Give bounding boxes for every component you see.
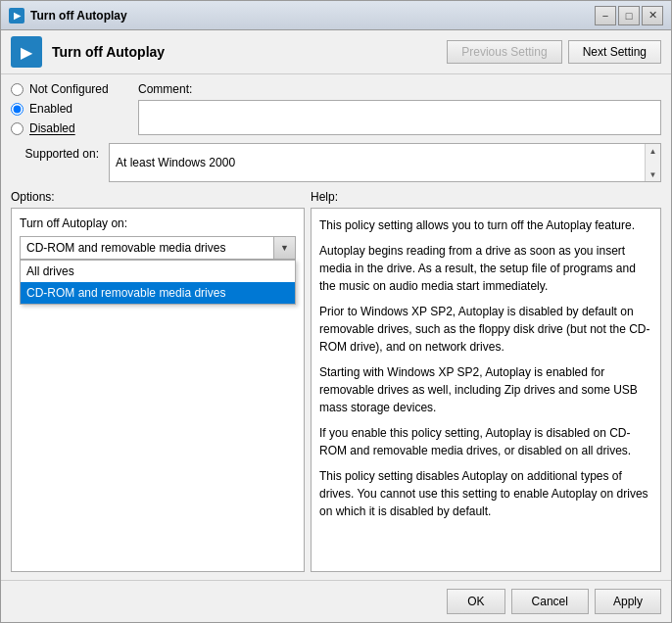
header-bar: ▶ Turn off Autoplay Previous Setting Nex… — [1, 30, 671, 74]
dropdown-item-cdrom[interactable]: CD-ROM and removable media drives — [21, 282, 295, 304]
header-title: Turn off Autoplay — [52, 44, 447, 60]
apply-button[interactable]: Apply — [595, 589, 661, 614]
not-configured-input[interactable] — [11, 83, 24, 96]
cancel-button[interactable]: Cancel — [511, 589, 589, 614]
header-nav: Previous Setting Next Setting — [447, 40, 661, 64]
help-para-4: Starting with Windows XP SP2, Autoplay i… — [319, 363, 652, 416]
supported-value: At least Windows 2000 — [116, 156, 235, 169]
not-configured-label: Not Configured — [29, 82, 109, 96]
dropdown-item-all-drives[interactable]: All drives — [21, 261, 295, 282]
help-para-3: Prior to Windows XP SP2, Autoplay is dis… — [319, 303, 652, 356]
disabled-input[interactable] — [11, 122, 24, 135]
scroll-up-arrow[interactable]: ▲ — [647, 144, 660, 158]
top-section: Not Configured Enabled Disabled Comment: — [11, 82, 661, 135]
supported-scrollbar: ▲ ▼ — [645, 144, 660, 181]
header-icon: ▶ — [11, 36, 42, 68]
supported-label: Supported on: — [11, 143, 99, 161]
title-bar: ▶ Turn off Autoplay − □ ✕ — [1, 1, 671, 30]
help-panel: This policy setting allows you to turn o… — [311, 208, 661, 572]
previous-setting-button[interactable]: Previous Setting — [447, 40, 561, 64]
maximize-button[interactable]: □ — [618, 6, 640, 25]
dropdown-selected-text: CD-ROM and removable media drives — [26, 241, 225, 255]
next-setting-button[interactable]: Next Setting — [568, 40, 661, 64]
options-panel: Turn off Autoplay on: CD-ROM and removab… — [11, 208, 305, 572]
title-bar-buttons: − □ ✕ — [595, 6, 663, 25]
help-para-2: Autoplay begins reading from a drive as … — [319, 242, 652, 295]
enabled-input[interactable] — [11, 103, 24, 116]
main-window: ▶ Turn off Autoplay − □ ✕ ▶ Turn off Aut… — [0, 0, 672, 623]
window-title: Turn off Autoplay — [30, 9, 595, 23]
window-icon: ▶ — [9, 8, 24, 24]
comment-section: Comment: — [138, 82, 661, 135]
supported-box: At least Windows 2000 ▲ ▼ — [109, 143, 661, 182]
content-area: Not Configured Enabled Disabled Comment:… — [1, 74, 671, 580]
help-para-1: This policy setting allows you to turn o… — [319, 216, 652, 234]
minimize-button[interactable]: − — [595, 6, 616, 25]
supported-section: Supported on: At least Windows 2000 ▲ ▼ — [11, 143, 661, 182]
ok-button[interactable]: OK — [447, 589, 504, 614]
dropdown-arrow-icon: ▼ — [273, 237, 295, 259]
comment-textarea[interactable] — [138, 100, 661, 135]
not-configured-radio[interactable]: Not Configured — [11, 82, 128, 96]
dropdown-container: CD-ROM and removable media drives ▼ All … — [20, 236, 296, 260]
sections-row: Options: Help: — [11, 190, 661, 204]
comment-label: Comment: — [138, 82, 661, 96]
enabled-radio[interactable]: Enabled — [11, 102, 128, 116]
dropdown-list: All drives CD-ROM and removable media dr… — [20, 260, 296, 305]
close-button[interactable]: ✕ — [642, 6, 663, 25]
scroll-down-arrow[interactable]: ▼ — [647, 168, 660, 181]
radio-group: Not Configured Enabled Disabled — [11, 82, 128, 135]
bottom-bar: OK Cancel Apply — [1, 580, 671, 622]
options-label: Turn off Autoplay on: — [20, 216, 296, 230]
enabled-label: Enabled — [29, 102, 72, 116]
help-header: Help: — [311, 190, 338, 204]
help-para-6: This policy setting disables Autoplay on… — [319, 467, 652, 520]
main-panels: Turn off Autoplay on: CD-ROM and removab… — [11, 208, 661, 572]
options-header: Options: — [11, 190, 305, 204]
disabled-radio[interactable]: Disabled — [11, 121, 128, 135]
help-para-5: If you enable this policy setting, Autop… — [319, 424, 652, 459]
disabled-label: Disabled — [29, 121, 75, 135]
dropdown-display[interactable]: CD-ROM and removable media drives ▼ — [20, 236, 296, 260]
